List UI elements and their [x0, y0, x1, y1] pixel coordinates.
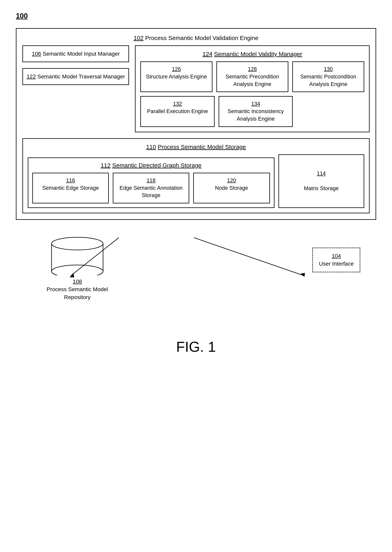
box-134: 134Semantic Inconsistency Analysis Engin…: [219, 96, 293, 127]
box-124: 124 Semantic Model Validity Manager 126S…: [135, 45, 370, 132]
box-128: 128Semantic Precondition Analysis Engine: [217, 61, 288, 92]
page-number: 100: [16, 12, 376, 20]
box-122: 122 Semantic Model Traversal Manager: [22, 68, 129, 85]
svg-point-1: [51, 265, 103, 275]
box-124-label: 124 Semantic Model Validity Manager: [140, 51, 364, 57]
box-104: 104User Interface: [312, 248, 360, 272]
box-118: 118Edge Semantic Annotation Storage: [113, 173, 189, 203]
box-102: 102 Process Semantic Model Validation En…: [16, 28, 376, 220]
box-132: 132Parallel Execution Engine: [140, 96, 215, 127]
svg-line-5: [194, 238, 303, 275]
svg-marker-6: [301, 273, 305, 277]
bottom-section: 108Process Semantic Model Repository 104…: [16, 236, 376, 319]
box-112-label: 112 Semantic Directed Graph Storage: [32, 162, 270, 169]
fig-label: FIG. 1: [16, 339, 376, 355]
cylinder-area: 108Process Semantic Model Repository: [36, 236, 119, 301]
box-130: 130Semantic Postcondition Analysis Engin…: [292, 61, 364, 92]
top-section: 106 Semantic Model Input Manager 122 Sem…: [22, 45, 370, 132]
box-106: 106 Semantic Model Input Manager: [22, 45, 129, 62]
box-116: 116Semantic Edge Storage: [32, 173, 109, 203]
diagram-container: 100 102 Process Semantic Model Validatio…: [16, 12, 376, 355]
inner-grid-row2: 132Parallel Execution Engine 134Semantic…: [140, 96, 364, 127]
box-120: 120Node Storage: [193, 173, 270, 203]
box-108-label: 108Process Semantic Model Repository: [36, 278, 119, 301]
storage-row: 116Semantic Edge Storage 118Edge Semanti…: [32, 173, 270, 203]
box-114: 114Matrix Storage: [279, 154, 364, 208]
inner-grid-row1: 126Structure Analysis Engine 128Semantic…: [140, 61, 364, 92]
left-column: 106 Semantic Model Input Manager 122 Sem…: [22, 45, 129, 132]
box-102-label: 102 Process Semantic Model Validation En…: [22, 35, 370, 41]
cylinder-108: [49, 236, 105, 276]
box-110-label: 110 Process Semantic Model Storage: [28, 144, 364, 150]
box-110: 110 Process Semantic Model Storage 112 S…: [22, 138, 370, 213]
box-112: 112 Semantic Directed Graph Storage 116S…: [28, 158, 274, 208]
svg-point-2: [51, 237, 103, 250]
box-126: 126Structure Analysis Engine: [140, 61, 212, 92]
